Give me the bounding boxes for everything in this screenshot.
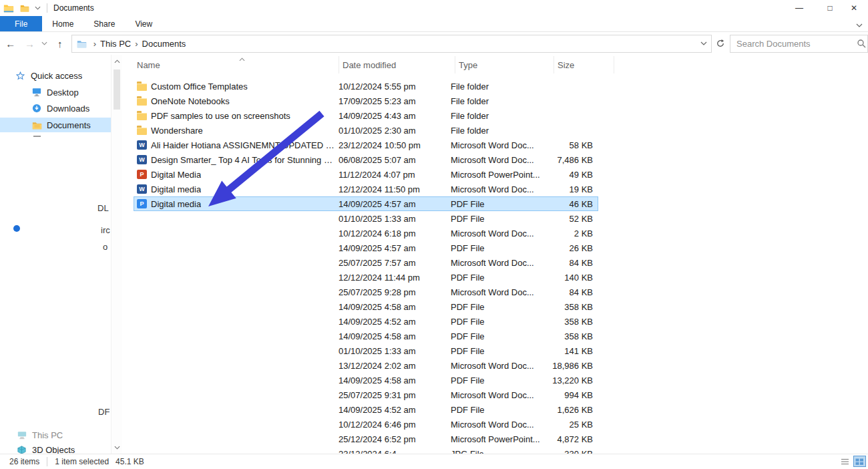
tab-share[interactable]: Share xyxy=(83,16,125,31)
sidebar-item-this-pc[interactable]: This PC xyxy=(0,428,111,442)
details-view-icon[interactable] xyxy=(839,456,851,467)
folder-icon xyxy=(137,128,147,135)
tab-view[interactable]: View xyxy=(125,16,162,31)
file-row[interactable]: 25/07/2025 7:57 amMicrosoft Word Doc...8… xyxy=(134,255,598,270)
file-type: PDF File xyxy=(447,317,542,327)
sidebar-item-pinned[interactable] xyxy=(0,167,111,182)
sidebar-item-label: Desktop xyxy=(47,88,79,98)
file-row[interactable]: 01/10/2025 1:33 amPDF File141 KB xyxy=(134,343,598,358)
file-name-cell: WAli Haider Hotiana ASSIGNEMNT UPDATED F… xyxy=(134,140,335,150)
tab-home[interactable]: Home xyxy=(42,16,83,31)
search-icon[interactable] xyxy=(857,39,866,50)
file-date: 25/07/2025 9:28 pm xyxy=(335,287,447,297)
sidebar-item-desktop[interactable]: Desktop xyxy=(0,85,111,100)
file-type: PDF File xyxy=(447,302,542,312)
explorer-icon xyxy=(1,1,16,15)
sidebar-item-documents[interactable]: Documents xyxy=(0,118,111,132)
qat-folder-icon[interactable] xyxy=(17,1,32,15)
breadcrumb-chevron[interactable]: › xyxy=(93,39,96,49)
file-name-cell: Wondershare xyxy=(134,126,335,136)
file-size: 25 KB xyxy=(542,420,598,430)
file-row[interactable]: 14/09/2025 4:58 amPDF File13,220 KB xyxy=(134,373,598,387)
sidebar-text-fragment: o xyxy=(103,242,107,252)
file-row[interactable]: PDigital media14/09/2025 4:57 amPDF File… xyxy=(134,196,598,211)
close-button[interactable]: ✕ xyxy=(845,0,868,16)
breadcrumb-documents[interactable]: Documents xyxy=(142,39,186,49)
3d-objects-icon xyxy=(17,446,28,454)
file-row[interactable]: 25/07/2025 9:31 pmMicrosoft Word Doc...9… xyxy=(134,387,598,402)
file-row[interactable]: PDigital Media11/12/2024 4:07 pmMicrosof… xyxy=(134,167,598,182)
file-row[interactable]: 14/09/2025 4:52 amPDF File1,626 KB xyxy=(134,402,598,417)
sidebar-text-fragment: DF xyxy=(98,407,110,417)
file-row[interactable]: WDesign Smarter_ Top 4 AI Tools for Stun… xyxy=(134,152,598,167)
file-row[interactable]: Custom Office Templates10/12/2024 5:55 p… xyxy=(134,79,598,94)
maximize-button[interactable]: □ xyxy=(815,0,845,16)
file-row[interactable]: PDF samples to use on screenshots14/09/2… xyxy=(134,108,598,123)
file-type: Microsoft Word Doc... xyxy=(447,184,542,194)
thumbnail-view-icon[interactable] xyxy=(853,456,866,467)
file-row[interactable]: WAli Haider Hotiana ASSIGNEMNT UPDATED F… xyxy=(134,138,598,152)
up-button[interactable]: ↑ xyxy=(50,35,70,52)
selection-size: 45.1 KB xyxy=(116,457,144,466)
file-date: 14/09/2025 4:58 am xyxy=(335,302,447,312)
file-size: 2 KB xyxy=(542,228,598,239)
file-name-cell xyxy=(134,361,335,370)
file-row[interactable]: WDigital media12/12/2024 11:50 pmMicroso… xyxy=(134,182,598,196)
file-type: Microsoft Word Doc... xyxy=(447,258,542,268)
pdf-icon: P xyxy=(137,199,147,208)
file-size: 1,626 KB xyxy=(542,405,598,415)
scrollbar-thumb[interactable] xyxy=(114,69,120,110)
file-row[interactable]: OneNote Notebooks17/09/2025 5:23 amFile … xyxy=(134,94,598,108)
qat-dropdown-chevron[interactable] xyxy=(32,1,43,15)
back-button[interactable]: ← xyxy=(0,35,21,52)
sidebar-item-pinned[interactable] xyxy=(0,184,111,198)
search-input[interactable] xyxy=(730,39,867,49)
sidebar-item-pinned[interactable] xyxy=(0,134,111,148)
address-dropdown-chevron[interactable] xyxy=(700,41,707,45)
file-date: 01/10/2025 1:33 am xyxy=(335,214,447,224)
sidebar-item-quick-access[interactable]: Quick access xyxy=(0,68,111,83)
file-row[interactable]: 12/12/2024 11:44 pmPDF File140 KB xyxy=(134,270,598,285)
forward-button[interactable]: → xyxy=(21,35,39,52)
file-explorer-window: Documents — □ ✕ File Home Share View ← →… xyxy=(0,0,868,469)
file-row[interactable]: 25/07/2025 9:28 pmMicrosoft Word Doc...8… xyxy=(134,285,598,299)
file-row[interactable]: 25/12/2024 6:52 pmMicrosoft PowerPoint..… xyxy=(134,432,598,446)
file-name-cell: PDigital media xyxy=(134,199,335,209)
file-date: 10/12/2024 6:46 pm xyxy=(335,420,447,430)
sidebar-item-3d-objects[interactable]: 3D Objects xyxy=(0,442,111,454)
file-name: Digital media xyxy=(151,184,201,194)
file-row[interactable]: Wondershare01/10/2025 2:30 amFile folder xyxy=(134,123,598,138)
column-header-name[interactable]: Name xyxy=(134,56,339,73)
file-row[interactable]: 10/12/2024 6:46 pmMicrosoft Word Doc...2… xyxy=(134,417,598,432)
file-type: File folder xyxy=(447,111,542,121)
breadcrumb-chevron[interactable]: › xyxy=(135,39,138,49)
breadcrumb-this-pc[interactable]: This PC xyxy=(100,39,131,49)
scroll-down-icon[interactable] xyxy=(112,442,122,453)
column-header-size[interactable]: Size xyxy=(554,56,614,73)
recent-locations-chevron[interactable] xyxy=(38,35,50,52)
sidebar-item-downloads[interactable]: Downloads xyxy=(0,101,111,116)
sidebar-scrollbar[interactable] xyxy=(111,55,122,454)
file-name: Wondershare xyxy=(151,126,203,136)
column-header-date-modified[interactable]: Date modified xyxy=(339,56,455,73)
file-row[interactable]: 14/09/2025 4:58 amPDF File358 KB xyxy=(134,299,598,314)
sidebar-item-pinned[interactable] xyxy=(0,150,111,165)
tab-file[interactable]: File xyxy=(0,16,42,31)
file-row[interactable]: 14/09/2025 4:58 amPDF File358 KB xyxy=(134,329,598,343)
file-row[interactable]: 13/12/2024 2:02 amMicrosoft Word Doc...1… xyxy=(134,358,598,373)
file-row[interactable]: 14/09/2025 4:57 amPDF File26 KB xyxy=(134,241,598,255)
ribbon-expand-chevron[interactable] xyxy=(856,19,863,29)
column-header-type[interactable]: Type xyxy=(455,56,554,73)
file-row[interactable]: 10/12/2024 6:18 pmMicrosoft Word Doc...2… xyxy=(134,226,598,241)
file-size: 4,872 KB xyxy=(542,434,598,444)
file-type: Microsoft Word Doc... xyxy=(447,155,542,165)
file-row[interactable]: 14/09/2025 4:52 amPDF File358 KB xyxy=(134,314,598,329)
selection-count: 1 item selected xyxy=(55,457,109,466)
scroll-up-icon[interactable] xyxy=(112,56,122,67)
file-row[interactable]: 01/10/2025 1:33 amPDF File52 KB xyxy=(134,211,598,226)
word-icon: W xyxy=(137,184,147,194)
refresh-icon[interactable] xyxy=(712,35,728,52)
breadcrumb[interactable]: › This PC › Documents xyxy=(71,35,712,53)
file-date: 13/12/2024 2:02 am xyxy=(335,361,447,371)
minimize-button[interactable]: — xyxy=(784,0,815,16)
